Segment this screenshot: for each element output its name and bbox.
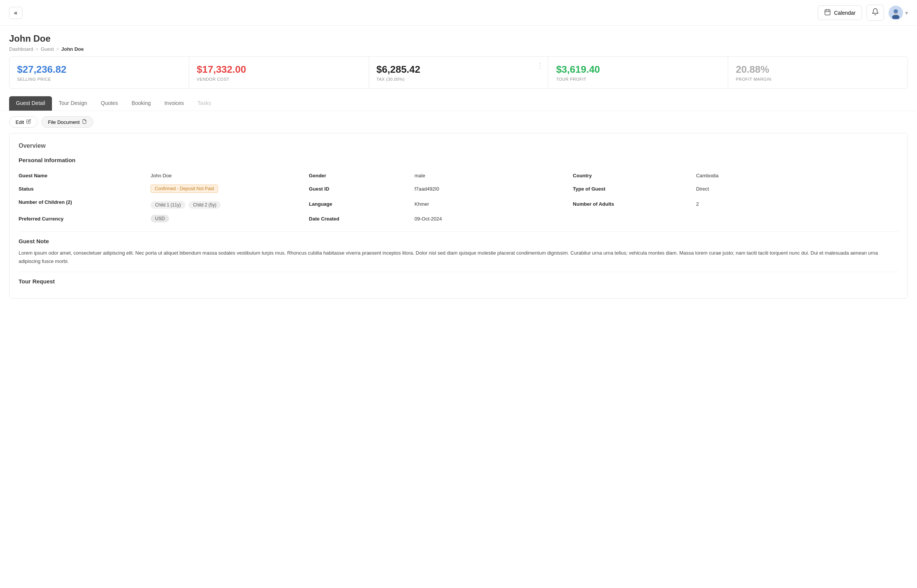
child-tag-2: Child 2 (5y): [188, 201, 221, 209]
tabs-row: Guest Detail Tour Design Quotes Booking …: [0, 96, 917, 111]
stat-profit-margin: 20.88% PROFIT MARGIN: [728, 57, 908, 89]
svg-rect-0: [825, 10, 830, 15]
profit-margin-value: 20.88%: [736, 64, 900, 75]
vendor-cost-label: VENDOR COST: [197, 77, 361, 81]
notification-button[interactable]: [867, 5, 884, 21]
profit-margin-label: PROFIT MARGIN: [736, 77, 900, 81]
header: « Calendar: [0, 0, 917, 26]
breadcrumb-sep2: >: [56, 46, 59, 52]
tax-label: TAX (30.00%): [377, 77, 541, 81]
currency-badge: USD: [151, 215, 169, 222]
guest-name-value: John Doe: [151, 170, 309, 181]
header-left: «: [9, 7, 23, 19]
tab-guest-detail[interactable]: Guest Detail: [9, 96, 52, 111]
divider-1: [19, 231, 898, 232]
num-adults-value: 2: [696, 196, 898, 212]
guest-id-value: f7aad492I0: [415, 181, 573, 196]
chevron-down-icon: ▾: [905, 10, 908, 16]
tax-menu-icon[interactable]: ⋮: [536, 61, 543, 70]
file-document-button[interactable]: File Document: [41, 116, 93, 128]
personal-info-table: Guest Name John Doe Gender male Country …: [19, 170, 898, 225]
language-label: Language: [309, 196, 415, 212]
country-value: Cambodia: [696, 170, 898, 181]
svg-point-5: [893, 9, 898, 13]
breadcrumb-sep1: >: [36, 46, 39, 52]
tab-booking[interactable]: Booking: [125, 96, 158, 111]
children-tags: Child 1 (11y) Child 2 (5y): [151, 201, 309, 209]
breadcrumb-parent[interactable]: Guest: [41, 46, 54, 52]
tab-invoices[interactable]: Invoices: [157, 96, 190, 111]
gender-value: male: [415, 170, 573, 181]
divider-2: [19, 271, 898, 272]
breadcrumb: Dashboard > Guest > John Doe: [9, 46, 908, 52]
tour-profit-value: $3,619.40: [556, 64, 720, 75]
tab-quotes[interactable]: Quotes: [94, 96, 125, 111]
breadcrumb-home[interactable]: Dashboard: [9, 46, 33, 52]
edit-button[interactable]: Edit: [9, 116, 37, 128]
type-of-guest-value: Direct: [696, 181, 898, 196]
overview-section-title: Overview: [19, 142, 898, 149]
table-row: Preferred Currency USD Date Created 09-O…: [19, 212, 898, 225]
child-tag-1: Child 1 (11y): [151, 201, 185, 209]
edit-label: Edit: [16, 120, 24, 125]
table-row: Number of Children (2) Child 1 (11y) Chi…: [19, 196, 898, 212]
tour-profit-label: TOUR PROFIT: [556, 77, 720, 81]
country-label: Country: [573, 170, 696, 181]
header-right: Calendar ▾: [818, 5, 908, 21]
num-adults-label: Number of Adults: [573, 196, 696, 212]
user-avatar-container[interactable]: ▾: [889, 6, 908, 20]
calendar-button[interactable]: Calendar: [818, 5, 862, 20]
back-button[interactable]: «: [9, 7, 23, 19]
selling-price-label: SELLING PRICE: [17, 77, 181, 81]
personal-info-title: Personal Information: [19, 157, 898, 163]
action-row: Edit File Document: [0, 111, 917, 133]
calendar-icon: [824, 9, 831, 17]
bell-icon: [872, 10, 879, 17]
stats-row: $27,236.82 SELLING PRICE $17,332.00 VEND…: [0, 57, 917, 96]
tax-value: $6,285.42: [377, 64, 541, 75]
page-header: John Doe Dashboard > Guest > John Doe: [0, 26, 917, 57]
svg-rect-7: [895, 13, 897, 15]
tour-request-title: Tour Request: [19, 278, 898, 284]
overview-card: Overview Personal Information Guest Name…: [9, 133, 908, 299]
guest-note-text: Lorem ipsum odor amet, consectetuer adip…: [19, 249, 898, 266]
stat-tax: ⋮ $6,285.42 TAX (30.00%): [369, 57, 549, 89]
status-value: Confirmed - Deposit Not Paid: [151, 181, 309, 196]
tab-tour-design[interactable]: Tour Design: [52, 96, 94, 111]
main-content: Overview Personal Information Guest Name…: [0, 133, 917, 314]
file-icon: [82, 119, 87, 125]
file-document-label: File Document: [48, 120, 79, 125]
vendor-cost-value: $17,332.00: [197, 64, 361, 75]
language-value: Khmer: [415, 196, 573, 212]
preferred-currency-label: Preferred Currency: [19, 212, 151, 225]
type-of-guest-label: Type of Guest: [573, 181, 696, 196]
stat-selling-price: $27,236.82 SELLING PRICE: [9, 57, 189, 89]
date-created-label: Date Created: [309, 212, 415, 225]
avatar: [889, 6, 903, 20]
calendar-label: Calendar: [834, 10, 855, 16]
page-title: John Doe: [9, 33, 908, 44]
children-tags-cell: Child 1 (11y) Child 2 (5y): [151, 196, 309, 212]
stat-tour-profit: $3,619.40 TOUR PROFIT: [548, 57, 728, 89]
date-created-value: 09-Oct-2024: [415, 212, 573, 225]
table-row: Guest Name John Doe Gender male Country …: [19, 170, 898, 181]
gender-label: Gender: [309, 170, 415, 181]
status-label: Status: [19, 181, 151, 196]
status-badge: Confirmed - Deposit Not Paid: [151, 184, 218, 193]
edit-icon: [26, 119, 31, 125]
guest-id-label: Guest ID: [309, 181, 415, 196]
num-children-label: Number of Children (2): [19, 196, 151, 212]
guest-name-label: Guest Name: [19, 170, 151, 181]
tab-tasks[interactable]: Tasks: [191, 96, 218, 111]
stat-vendor-cost: $17,332.00 VENDOR COST: [189, 57, 369, 89]
table-row: Status Confirmed - Deposit Not Paid Gues…: [19, 181, 898, 196]
breadcrumb-current: John Doe: [61, 46, 83, 52]
selling-price-value: $27,236.82: [17, 64, 181, 75]
guest-note-title: Guest Note: [19, 238, 898, 244]
preferred-currency-value: USD: [151, 212, 309, 225]
